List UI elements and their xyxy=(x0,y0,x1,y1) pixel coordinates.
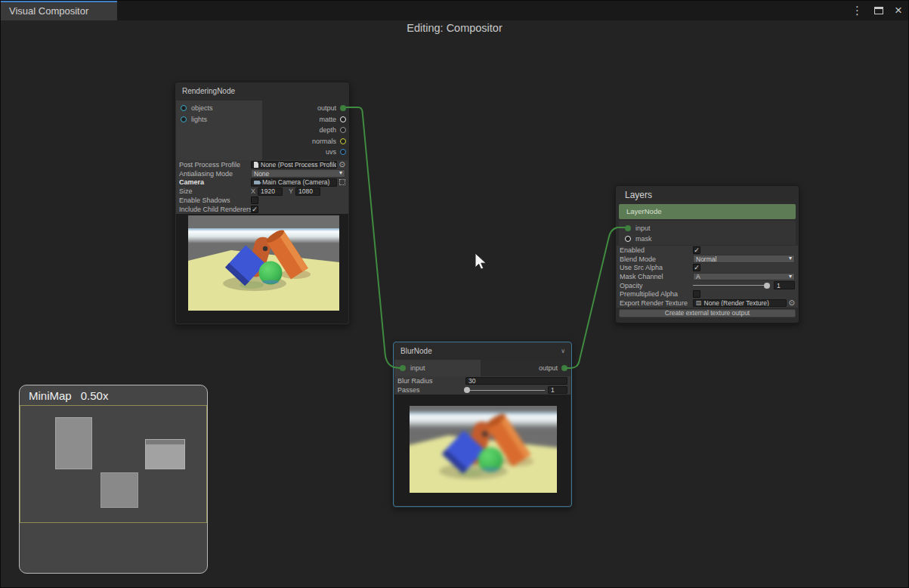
chevron-down-icon: ▾ xyxy=(789,273,792,280)
minimap-blur-node[interactable] xyxy=(100,472,138,508)
rendering-node[interactable]: RenderingNode objects lights output matt… xyxy=(175,82,350,325)
layer-item-layernode[interactable]: LayerNode xyxy=(619,204,796,219)
row-premultiplied-alpha: Premultiplied Alpha xyxy=(617,289,798,299)
row-mask-channel: Mask Channel A ▾ xyxy=(617,272,798,281)
port-row-output[interactable]: output xyxy=(317,104,346,112)
blur-node-header[interactable]: BlurNode ∨ xyxy=(394,342,571,361)
export-render-texture-field[interactable]: ▨ None (Render Texture) xyxy=(693,299,787,308)
rendering-preview-image xyxy=(188,215,339,311)
port-row-layer-input[interactable]: input xyxy=(625,224,651,232)
layers-node[interactable]: Layers LayerNode input mask Enabled ✓ Bl… xyxy=(615,185,799,323)
enabled-checkbox[interactable]: ✓ xyxy=(693,246,700,254)
port-lights-icon[interactable] xyxy=(181,116,187,122)
blur-input-panel[interactable]: input xyxy=(394,360,481,376)
rendering-node-header[interactable]: RenderingNode xyxy=(175,82,349,101)
rendering-node-title: RenderingNode xyxy=(182,87,235,95)
opacity-slider[interactable] xyxy=(693,285,770,286)
use-src-alpha-checkbox[interactable]: ✓ xyxy=(693,264,700,271)
minimap-panel[interactable]: MiniMap 0.50x xyxy=(19,385,208,574)
render-texture-icon: ▨ xyxy=(696,299,702,306)
port-row-depth[interactable]: depth xyxy=(319,126,346,134)
edge-rendering-to-blur xyxy=(346,107,400,368)
premultiplied-alpha-checkbox[interactable] xyxy=(693,290,700,298)
row-passes: Passes 1 xyxy=(394,385,570,395)
size-y-field[interactable]: 1080 xyxy=(295,187,320,196)
minimap-rendering-node[interactable] xyxy=(55,417,92,469)
row-blend-mode: Blend Mode Normal ▾ xyxy=(617,255,798,264)
row-enabled: Enabled ✓ xyxy=(617,246,798,255)
blur-preview-zone xyxy=(394,395,570,506)
port-row-blur-output[interactable]: output xyxy=(539,360,567,376)
chevron-down-icon: ▾ xyxy=(789,255,792,262)
port-row-layer-mask[interactable]: mask xyxy=(625,235,652,243)
mask-channel-dropdown[interactable]: A ▾ xyxy=(693,273,795,281)
passes-slider-handle[interactable] xyxy=(464,387,470,393)
tab-title: Visual Compositor xyxy=(9,5,88,17)
object-picker-icon[interactable]: ⊙ xyxy=(789,299,795,307)
blur-preview-image xyxy=(410,406,557,493)
blur-node[interactable]: BlurNode ∨ input output Blur Radius 30 P… xyxy=(393,342,572,507)
port-output-icon[interactable] xyxy=(340,105,346,111)
port-normals-icon[interactable] xyxy=(340,138,346,144)
editing-label: Editing: Compositor xyxy=(407,22,502,34)
enable-shadows-checkbox[interactable] xyxy=(251,197,258,204)
row-export-render-texture: Export Render Texture ▨ None (Render Tex… xyxy=(617,299,798,308)
minimap-layers-node[interactable] xyxy=(145,439,185,469)
layers-node-header[interactable]: Layers xyxy=(616,186,799,204)
chevron-down-icon: ▾ xyxy=(339,169,342,176)
scene-picker-icon[interactable] xyxy=(339,179,345,185)
menu-icon[interactable]: ⋮ xyxy=(852,1,863,20)
port-row-normals[interactable]: normals xyxy=(312,138,346,145)
port-layer-input-icon[interactable] xyxy=(625,225,631,231)
port-blur-input-icon[interactable] xyxy=(400,365,406,371)
row-camera: Camera Main Camera (Camera) xyxy=(176,178,348,187)
port-row-uvs[interactable]: uvs xyxy=(326,148,346,156)
blur-node-title: BlurNode xyxy=(400,347,432,355)
port-row-objects[interactable]: objects xyxy=(181,104,213,112)
rendering-preview-zone xyxy=(176,214,348,323)
title-bar: Visual Compositor ⋮ × xyxy=(1,1,908,20)
port-row-matte[interactable]: matte xyxy=(319,116,346,123)
maximize-icon[interactable] xyxy=(874,7,883,14)
minimap-zoom-level: 0.50x xyxy=(81,389,109,402)
layers-node-title: Layers xyxy=(625,190,652,200)
minimap-title: MiniMap 0.50x xyxy=(20,385,207,402)
row-blur-radius: Blur Radius 30 xyxy=(394,376,570,385)
object-picker-icon[interactable]: ⊙ xyxy=(339,160,345,169)
visual-compositor-window: Visual Compositor ⋮ × Editing: Composito… xyxy=(0,0,909,588)
create-external-texture-output-button[interactable]: Create external texture output xyxy=(619,309,796,317)
post-process-profile-field[interactable]: None (Post Process Profile) xyxy=(251,161,337,169)
opacity-value-field[interactable]: 1 xyxy=(774,281,795,289)
file-icon xyxy=(254,162,258,168)
port-uvs-icon[interactable] xyxy=(340,149,346,155)
row-opacity: Opacity 1 xyxy=(617,281,798,290)
row-include-child-renderers: Include Child Renderers ✓ xyxy=(176,205,348,214)
row-post-process-profile: Post Process Profile None (Post Process … xyxy=(176,160,348,169)
port-blur-output-icon[interactable] xyxy=(561,365,567,371)
passes-value-field[interactable]: 1 xyxy=(548,386,567,395)
camera-icon xyxy=(254,181,260,184)
antialiasing-dropdown[interactable]: None ▾ xyxy=(251,169,345,178)
blend-mode-dropdown[interactable]: Normal ▾ xyxy=(693,255,795,263)
port-objects-icon[interactable] xyxy=(181,105,187,111)
blur-radius-field[interactable]: 30 xyxy=(465,377,567,385)
port-layer-mask-icon[interactable] xyxy=(625,236,631,242)
port-depth-icon[interactable] xyxy=(340,127,346,133)
passes-slider[interactable] xyxy=(465,390,545,391)
include-child-renderers-checkbox[interactable]: ✓ xyxy=(251,206,258,213)
size-x-field[interactable]: 1920 xyxy=(258,187,283,196)
opacity-slider-handle[interactable] xyxy=(764,283,770,289)
tab-visual-compositor[interactable]: Visual Compositor xyxy=(1,1,117,20)
camera-field[interactable]: Main Camera (Camera) xyxy=(251,178,337,187)
close-icon[interactable]: × xyxy=(895,1,902,20)
row-enable-shadows: Enable Shadows xyxy=(176,196,348,205)
row-antialiasing-mode: Antialiasing Mode None ▾ xyxy=(176,169,348,178)
collapse-chevron-icon[interactable]: ∨ xyxy=(561,342,565,361)
port-matte-icon[interactable] xyxy=(340,116,346,122)
row-use-src-alpha: Use Src Alpha ✓ xyxy=(617,263,798,272)
port-row-lights[interactable]: lights xyxy=(181,116,207,123)
row-size: Size X 1920 Y 1080 xyxy=(176,187,348,196)
